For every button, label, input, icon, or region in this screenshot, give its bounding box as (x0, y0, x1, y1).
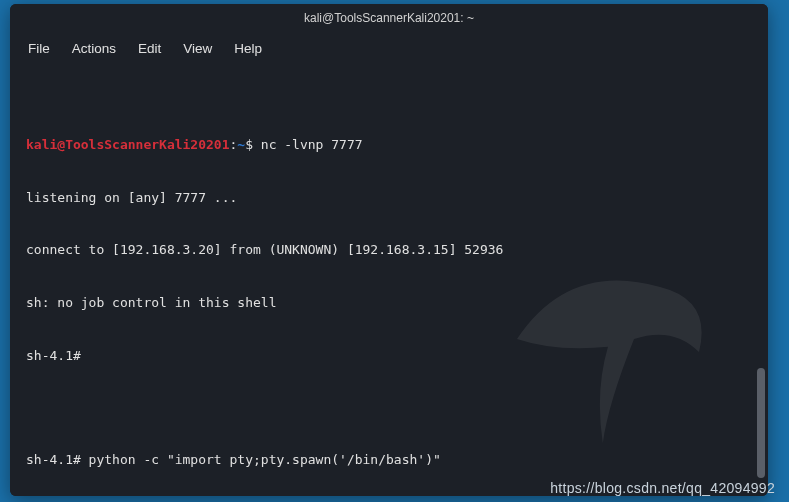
menu-actions[interactable]: Actions (72, 41, 116, 56)
menu-view[interactable]: View (183, 41, 212, 56)
terminal-line: sh-4.1# python -c "import pty;pty.spawn(… (26, 451, 752, 469)
terminal-line: listening on [any] 7777 ... (26, 189, 752, 207)
terminal-body[interactable]: kali@ToolsScannerKali20201:~$ nc -lvnp 7… (10, 64, 768, 496)
scrollbar[interactable] (757, 68, 765, 490)
prompt-user: kali@ToolsScannerKali20201 (26, 137, 230, 152)
terminal-window: kali@ToolsScannerKali20201: ~ File Actio… (10, 4, 768, 496)
menu-edit[interactable]: Edit (138, 41, 161, 56)
kali-logo-icon (478, 196, 738, 456)
terminal-line: sh-4.1# (26, 347, 752, 365)
titlebar[interactable]: kali@ToolsScannerKali20201: ~ (10, 4, 768, 32)
prompt-path: ~ (237, 137, 245, 152)
watermark: https://blog.csdn.net/qq_42094992 (550, 480, 775, 496)
terminal-line: connect to [192.168.3.20] from (UNKNOWN)… (26, 241, 752, 259)
terminal-line: kali@ToolsScannerKali20201:~$ nc -lvnp 7… (26, 136, 752, 154)
terminal-line: sh: no job control in this shell (26, 294, 752, 312)
prompt-symbol: $ (245, 137, 253, 152)
menu-help[interactable]: Help (234, 41, 262, 56)
menu-file[interactable]: File (28, 41, 50, 56)
window-title: kali@ToolsScannerKali20201: ~ (304, 11, 474, 25)
scrollbar-thumb[interactable] (757, 368, 765, 478)
menubar: File Actions Edit View Help (10, 32, 768, 64)
terminal-line (26, 399, 752, 416)
cmd-text: nc -lvnp 7777 (253, 137, 363, 152)
